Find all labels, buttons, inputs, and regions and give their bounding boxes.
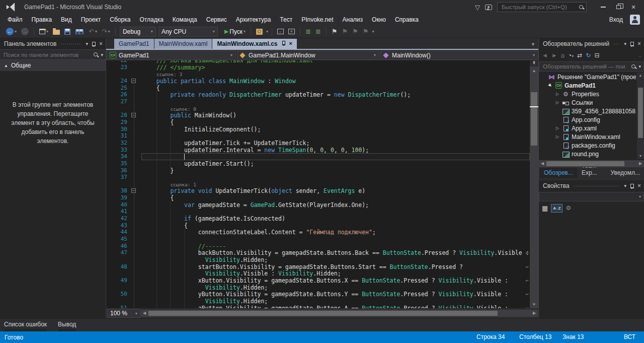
document-tab-0[interactable]: GamePad1	[114, 39, 154, 49]
code-line-43[interactable]: 43 {	[106, 222, 530, 229]
menu-item-9[interactable]: Тест	[275, 15, 297, 25]
decrease-indent-button[interactable]: ≣	[304, 27, 312, 36]
window-position-icon[interactable]: ▾	[624, 183, 626, 188]
navigate-backward-button[interactable]: ←▾	[5, 27, 18, 36]
code-line-45[interactable]: 45	[106, 236, 530, 243]
menu-item-3[interactable]: Проект	[76, 15, 106, 25]
feedback-filter-icon[interactable]: ▽	[475, 4, 480, 11]
close-button[interactable]: ×	[626, 1, 641, 13]
menu-item-10[interactable]: PInvoke.net	[297, 15, 338, 25]
tree-vertical-scrollbar[interactable]: ▲ ▼	[637, 73, 644, 159]
code-line-29[interactable]: 29 {	[106, 119, 530, 126]
home-icon[interactable]: ⌂	[561, 52, 565, 58]
code-line-wrap[interactable]: Visibility.Hidden;	[106, 284, 530, 291]
tree-item-packages-config[interactable]: packages.config	[539, 141, 644, 150]
scroll-up-arrow[interactable]: ▲	[530, 67, 538, 75]
feedback-smile-icon[interactable]	[485, 5, 492, 10]
tree-horizontal-scrollbar[interactable]: ◀ ▶	[539, 160, 644, 167]
editor-horizontal-scrollbar[interactable]: ◀ ▶	[141, 310, 538, 317]
code-line-22[interactable]: 22 /// Логика взаимодействия для MainWin…	[106, 60, 530, 64]
scroll-left-arrow[interactable]: ◀	[141, 310, 148, 317]
open-file-button[interactable]	[52, 28, 61, 36]
code-line-44[interactable]: 44 connectionStateLabel.Content = "Геймп…	[106, 229, 530, 236]
tree-item-round-png[interactable]: round.png	[539, 150, 644, 158]
project-dropdown[interactable]: C# GamePad1▾	[106, 50, 236, 60]
toolbar-overflow-icon-2[interactable]: ▾	[372, 29, 374, 34]
tree-item-app-xaml[interactable]: ▷App.xaml	[539, 124, 644, 132]
tree-item-app-config[interactable]: App.config	[539, 115, 644, 124]
codelens-references[interactable]: ссылок: 0	[170, 106, 196, 112]
menu-item-6[interactable]: Команда	[168, 15, 202, 25]
tree-item-properties[interactable]: ▷⚙Properties	[539, 90, 644, 98]
user-avatar[interactable]	[630, 15, 640, 25]
navigate-back-content-button[interactable]: ←	[276, 28, 285, 35]
tree-item-ссылки[interactable]: ▷Ссылки	[539, 98, 644, 107]
panel-drag-grip[interactable]	[60, 43, 82, 45]
tree-item-gamepad1[interactable]: ▶C#GamePad1	[539, 81, 644, 90]
save-button[interactable]	[63, 28, 71, 36]
type-dropdown[interactable]: GamePad1.MainWindow▾	[237, 50, 379, 60]
navigate-forward-content-button[interactable]: ≡	[287, 28, 296, 35]
properties-object-combobox[interactable]: ▾	[539, 192, 644, 201]
codelens-references[interactable]: ссылок: 3	[156, 72, 182, 77]
scroll-left-arrow[interactable]: ◀	[539, 160, 546, 167]
pin-icon[interactable]	[629, 183, 634, 189]
tree-item-359-4356-1288881058-jp[interactable]: 359_4356_1288881058.jp	[539, 107, 644, 115]
bottom-tab-0[interactable]: Список ошибок	[4, 321, 47, 332]
chevron-down-icon[interactable]: ▾	[638, 64, 641, 69]
codelens-references[interactable]: ссылка: 1	[170, 182, 196, 187]
code-line-37[interactable]: 37	[106, 174, 530, 181]
increase-indent-button[interactable]: ≣	[314, 27, 322, 36]
code-line-35[interactable]: 35 updateTimer.Start();	[106, 160, 530, 167]
menu-item-2[interactable]: Вид	[56, 15, 76, 25]
find-in-files-button[interactable]	[255, 28, 264, 36]
pin-icon[interactable]	[91, 41, 96, 47]
scroll-right-arrow[interactable]: ▶	[637, 160, 644, 167]
close-icon[interactable]: ×	[637, 182, 641, 189]
menu-item-0[interactable]: Файл	[3, 15, 27, 25]
codelens-row[interactable]: ссылка: 1	[106, 181, 530, 188]
code-line-28[interactable]: 28– public MainWindow()	[106, 112, 530, 119]
code-line-26[interactable]: 26 private readonly DispatcherTimer upda…	[106, 91, 530, 98]
codelens-row[interactable]: ссылок: 3	[106, 71, 530, 78]
close-icon[interactable]: ×	[289, 40, 292, 46]
refresh-icon[interactable]: ↻	[586, 52, 591, 58]
code-line-41[interactable]: 41	[106, 208, 530, 215]
menu-item-4[interactable]: Сборка	[105, 15, 135, 25]
code-line-23[interactable]: 23 /// </summary>	[106, 64, 530, 71]
scroll-down-arrow[interactable]: ▼	[637, 153, 644, 159]
minimize-button[interactable]	[596, 1, 611, 13]
collapse-region-icon[interactable]: –	[131, 79, 136, 83]
code-line-wrap[interactable]: Visibility.Hidden;	[106, 298, 530, 305]
code-line-33[interactable]: 33 updateTimer.Interval = new TimeSpan(0…	[106, 147, 530, 154]
code-line-27[interactable]: 27	[106, 98, 530, 105]
expanded-arrow-icon[interactable]: ▶	[547, 82, 553, 89]
code-line-34[interactable]: 34	[106, 153, 530, 160]
toolbar-overflow-icon[interactable]: ‥	[639, 53, 641, 58]
editor-vertical-scrollbar[interactable]: ▴▾ ▲ ▼	[530, 60, 538, 308]
code-line-46[interactable]: 46 //------	[106, 243, 530, 250]
document-tab-2[interactable]: MainWindow.xaml.cs×	[212, 39, 297, 49]
code-line-38[interactable]: 38– private void UpdateTimerTick(object …	[106, 187, 530, 194]
solution-search-input[interactable]	[542, 63, 629, 70]
scrollbar-thumb[interactable]	[531, 92, 537, 146]
close-icon[interactable]: ×	[637, 40, 641, 47]
zoom-combobox[interactable]: 100 %▾	[107, 309, 140, 318]
bottom-tab-1[interactable]: Вывод	[58, 321, 76, 332]
window-position-icon[interactable]: ▾	[624, 41, 626, 46]
alphabetical-sort-icon[interactable]: A↓Z	[551, 204, 562, 213]
panel-drag-grip[interactable]	[613, 43, 620, 45]
code-line-36[interactable]: 36 }	[106, 167, 530, 174]
code-line-wrap[interactable]: Visibility.Visible : Visibility.Hidden;	[106, 270, 530, 277]
solution-explorer-search-box[interactable]: ▾	[539, 61, 644, 72]
sign-in-button[interactable]: Вход	[609, 16, 623, 23]
code-line-48[interactable]: 48 startButton.Visibility = gamepadState…	[106, 263, 530, 270]
pin-icon[interactable]	[281, 41, 286, 46]
collapsed-arrow-icon[interactable]: ▷	[555, 100, 560, 105]
collapsed-arrow-icon[interactable]: ▷	[555, 126, 560, 130]
code-line-32[interactable]: 32 updateTimer.Tick += UpdateTimerTick;	[106, 140, 530, 147]
code-line-49[interactable]: 49 xButton.Visibility = gamepadState.But…	[106, 277, 530, 284]
code-line-24[interactable]: 24– public partial class MainWindow : Wi…	[106, 78, 530, 85]
save-all-button[interactable]	[74, 28, 85, 36]
menu-item-11[interactable]: Анализ	[338, 15, 368, 25]
